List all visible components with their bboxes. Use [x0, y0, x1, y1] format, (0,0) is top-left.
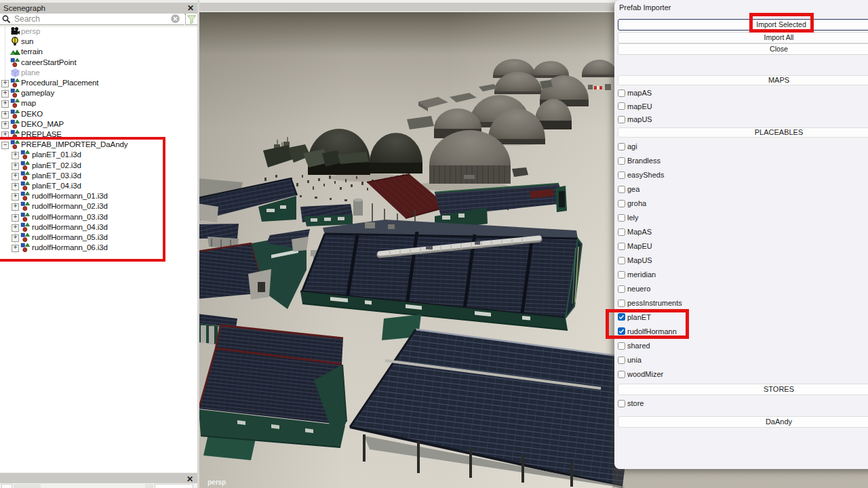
svg-text:persp: persp	[208, 479, 226, 486]
